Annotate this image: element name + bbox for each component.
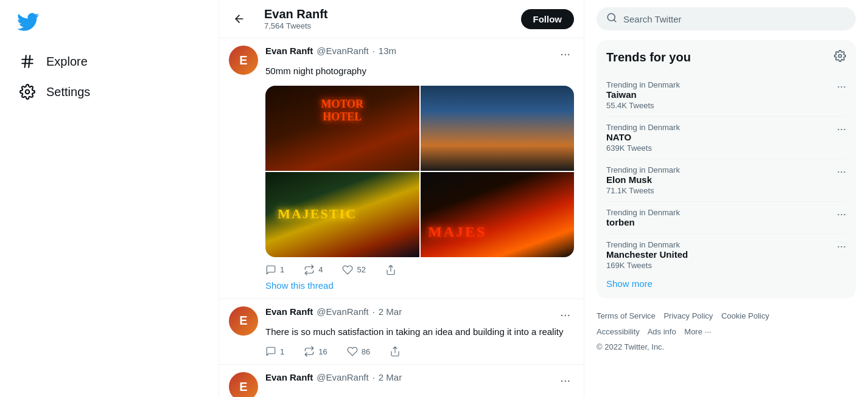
trend-4-more-icon[interactable]: ··· <box>837 240 846 253</box>
trend-0-context: Trending in Denmark <box>606 80 680 89</box>
follow-button[interactable]: Follow <box>521 9 575 29</box>
tweet-1-share-button[interactable] <box>385 264 396 275</box>
footer-privacy[interactable]: Privacy Policy <box>663 311 713 320</box>
svg-line-3 <box>29 55 30 67</box>
trend-2-count: 71.1K Tweets <box>606 186 680 195</box>
profile-name: Evan Ranft <box>264 7 327 21</box>
tweet-2-retweet-button[interactable]: 16 <box>304 346 327 357</box>
tweet-2-body: Evan Ranft @EvanRanft · 2 Mar ··· There … <box>265 306 574 357</box>
trends-header: Trends for you <box>606 50 846 64</box>
trend-item-1[interactable]: Trending in Denmark NATO 639K Tweets ··· <box>606 117 846 159</box>
tweet-2-share-button[interactable] <box>390 346 401 357</box>
tweet-2-like-button[interactable]: 86 <box>347 346 370 357</box>
twitter-logo[interactable] <box>17 11 206 35</box>
tweet-2-more-button[interactable]: ··· <box>556 306 574 323</box>
avatar-tweet-3: E <box>229 372 258 397</box>
tweet-1-timestamp: 13m <box>379 46 396 56</box>
search-bar[interactable] <box>597 7 856 30</box>
tweet-3-header: Evan Ranft @EvanRanft · 2 Mar ··· <box>265 372 574 388</box>
tweet-3-handle: @EvanRanft <box>317 372 368 382</box>
trend-3-name: torben <box>606 217 680 227</box>
tweet-2-name: Evan Ranft <box>265 306 313 317</box>
sidebar-item-settings[interactable]: Settings <box>12 78 97 106</box>
tweet-2-text: There is so much satisfaction in taking … <box>265 325 574 339</box>
tweet-1-show-thread[interactable]: Show this thread <box>265 280 334 291</box>
trend-0-more-icon[interactable]: ··· <box>837 80 846 93</box>
trend-3-context: Trending in Denmark <box>606 208 680 217</box>
show-more-trends[interactable]: Show more <box>606 278 846 289</box>
sidebar: Explore Settings <box>0 0 219 397</box>
trends-settings-icon[interactable] <box>834 50 846 64</box>
tweet-3-timestamp: 2 Mar <box>379 372 402 382</box>
tweet-2-timestamp: 2 Mar <box>379 306 402 317</box>
tweet-3-name: Evan Ranft <box>265 372 313 382</box>
tweet-2-reply-count: 1 <box>280 347 284 356</box>
photo-3-majestic-theater: MAJESTIC <box>265 172 419 257</box>
svg-line-9 <box>614 19 615 21</box>
tweet-1-header: Evan Ranft @EvanRanft · 13m ··· <box>265 46 574 62</box>
profile-name-block: Evan Ranft 7,564 Tweets <box>264 7 327 30</box>
search-input[interactable] <box>623 14 846 24</box>
tweet-1-reply-count: 1 <box>280 265 284 274</box>
tweet-1-actions: 1 4 52 <box>265 264 574 275</box>
search-icon <box>606 12 617 26</box>
tweet-1-body: Evan Ranft @EvanRanft · 13m ··· 50mm nig… <box>265 46 574 291</box>
svg-line-2 <box>25 55 26 67</box>
trend-0-count: 55.4K Tweets <box>606 101 680 110</box>
footer-ads[interactable]: Ads info <box>648 327 676 336</box>
footer-cookie[interactable]: Cookie Policy <box>721 311 769 320</box>
sidebar-item-explore[interactable]: Explore <box>12 47 95 75</box>
tweet-1-user-info: Evan Ranft @EvanRanft · 13m <box>265 46 396 56</box>
footer-copyright: © 2022 Twitter, Inc. <box>597 342 856 351</box>
footer-more[interactable]: More ··· <box>684 327 711 336</box>
tweet-1-like-count: 52 <box>357 265 365 274</box>
photo-4-majestic-neon: MAJES <box>421 172 575 257</box>
tweet-1-like-button[interactable]: 52 <box>342 264 365 275</box>
tweet-1-photo-grid[interactable]: MOTORHOTEL MAJESTIC MAJES <box>265 86 574 257</box>
trend-item-2[interactable]: Trending in Denmark Elon Musk 71.1K Twee… <box>606 159 846 202</box>
photo-1-motor-hotel: MOTORHOTEL <box>265 86 419 171</box>
avatar-tweet-2: E <box>229 306 258 336</box>
trend-item-4[interactable]: Trending in Denmark Manchester United 16… <box>606 234 846 276</box>
profile-header: Evan Ranft 7,564 Tweets Follow <box>219 0 584 38</box>
trend-2-more-icon[interactable]: ··· <box>837 165 846 178</box>
tweet-2-handle: @EvanRanft <box>317 306 368 317</box>
trend-item-0[interactable]: Trending in Denmark Taiwan 55.4K Tweets … <box>606 74 846 117</box>
avatar-tweet-1: E <box>229 46 258 75</box>
back-button[interactable] <box>229 9 250 29</box>
tweet-2-retweet-count: 16 <box>318 347 327 356</box>
tweet-2-like-count: 86 <box>362 347 370 356</box>
trends-card: Trends for you Trending in Denmark Taiwa… <box>597 40 856 299</box>
neon-majestic-4-text: MAJES <box>428 224 486 240</box>
trend-3-more-icon[interactable]: ··· <box>837 208 846 221</box>
trend-1-name: NATO <box>606 132 680 142</box>
tweet-1-reply-button[interactable]: 1 <box>265 264 284 275</box>
footer-accessibility[interactable]: Accessibility <box>597 327 640 336</box>
tweet-1-text: 50mm night photography <box>265 64 574 78</box>
settings-label: Settings <box>46 85 90 99</box>
main-content: Evan Ranft 7,564 Tweets Follow E Evan Ra… <box>219 0 584 397</box>
tweet-1-more-button[interactable]: ··· <box>556 46 574 62</box>
tweet-2-header: Evan Ranft @EvanRanft · 2 Mar ··· <box>265 306 574 323</box>
tweet-1-time: · <box>373 46 375 56</box>
trend-1-more-icon[interactable]: ··· <box>837 123 846 136</box>
trend-1-count: 639K Tweets <box>606 143 680 153</box>
trend-1-context: Trending in Denmark <box>606 123 680 132</box>
trend-item-3[interactable]: Trending in Denmark torben ··· <box>606 202 846 234</box>
trend-2-context: Trending in Denmark <box>606 165 680 174</box>
tweet-2-dot: · <box>373 306 375 317</box>
tweet-1-retweet-button[interactable]: 4 <box>304 264 323 275</box>
tweet-3-dot: · <box>373 372 375 382</box>
neon-motor-text: MOTORHOTEL <box>321 98 363 124</box>
tweet-3-body: Evan Ranft @EvanRanft · 2 Mar ··· <box>265 372 574 397</box>
tweet-2-reply-button[interactable]: 1 <box>265 346 284 357</box>
trend-4-name: Manchester United <box>606 249 688 260</box>
trend-4-context: Trending in Denmark <box>606 240 688 249</box>
right-sidebar: Trends for you Trending in Denmark Taiwa… <box>584 0 868 397</box>
trends-title: Trends for you <box>606 50 691 64</box>
tweet-2-user-info: Evan Ranft @EvanRanft · 2 Mar <box>265 306 402 317</box>
footer-terms[interactable]: Terms of Service <box>597 311 656 320</box>
gear-icon <box>19 84 35 100</box>
tweet-3-more-button[interactable]: ··· <box>556 372 574 388</box>
trend-2-name: Elon Musk <box>606 174 680 185</box>
